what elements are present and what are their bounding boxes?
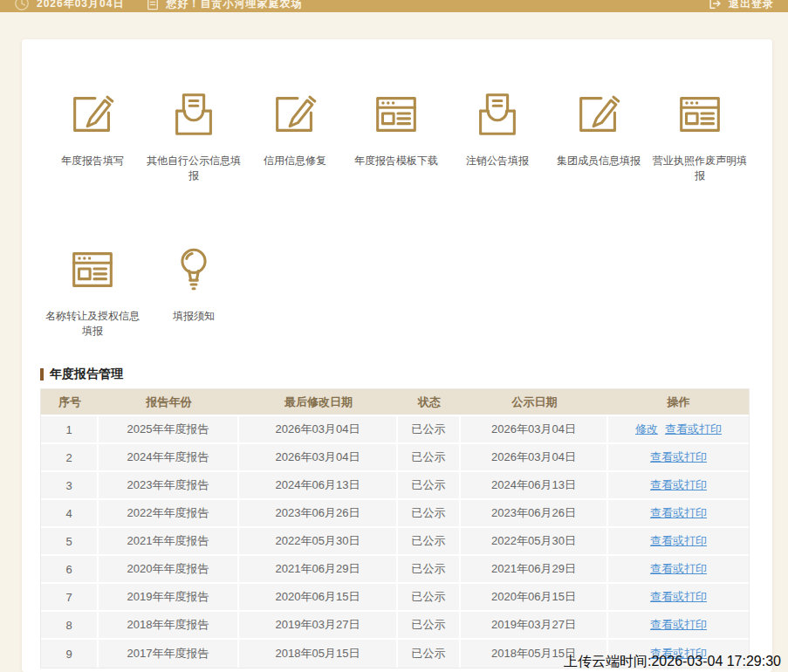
topbar: 2026年03月04日 您好！自贡小河理家庭农场 退出登录 xyxy=(0,0,788,12)
cell-year: 2019年年度报告 xyxy=(99,584,239,612)
shortcut-cancellation-notice[interactable]: 注销公告填报 xyxy=(447,87,548,183)
cell-year: 2017年年度报告 xyxy=(99,640,239,668)
col-header-modified: 最后修改日期 xyxy=(239,389,398,416)
table-row: 2 2024年年度报告 2026年03月04日 已公示 2026年03月04日 … xyxy=(41,444,749,472)
cell-seq: 6 xyxy=(41,556,99,584)
section-marker xyxy=(40,368,44,381)
cell-status: 已公示 xyxy=(398,500,461,528)
inbox-icon xyxy=(167,87,221,141)
view-print-link[interactable]: 查看或打印 xyxy=(665,422,722,435)
table-row: 6 2020年年度报告 2021年06月29日 已公示 2021年06月29日 … xyxy=(41,556,749,584)
cell-seq: 2 xyxy=(41,444,99,472)
cell-seq: 5 xyxy=(41,528,99,556)
cell-published: 2021年06月29日 xyxy=(461,556,608,584)
cell-actions: 查看或打印 xyxy=(608,584,749,612)
shortcut-grid: 年度报告填写 其他自行公示信息填报 信用信息修复 年度报告模板下载 注销公告填报 xyxy=(22,39,772,339)
view-print-link[interactable]: 查看或打印 xyxy=(650,506,707,519)
cell-seq: 7 xyxy=(41,584,99,612)
cell-seq: 8 xyxy=(41,612,99,640)
cell-published: 2019年03月27日 xyxy=(461,612,608,640)
shortcut-label: 年度报告填写 xyxy=(61,154,124,168)
shortcut-name-transfer-auth[interactable]: 名称转让及授权信息填报 xyxy=(42,243,143,339)
edit-icon xyxy=(572,87,626,141)
form-icon xyxy=(65,243,120,297)
cell-status: 已公示 xyxy=(398,416,461,444)
topbar-left: 2026年03月04日 您好！自贡小河理家庭农场 xyxy=(14,0,302,11)
shortcut-license-void-declaration[interactable]: 营业执照作废声明填报 xyxy=(649,87,750,183)
cell-year: 2024年年度报告 xyxy=(99,444,239,472)
shortcut-label: 信用信息修复 xyxy=(264,154,326,168)
cell-modified: 2019年03月27日 xyxy=(239,612,398,640)
shortcut-label: 集团成员信息填报 xyxy=(557,154,641,168)
logout-label: 退出登录 xyxy=(729,0,774,11)
cell-status: 已公示 xyxy=(398,612,461,640)
view-print-link[interactable]: 查看或打印 xyxy=(650,618,707,631)
cell-status: 已公示 xyxy=(398,556,461,584)
shortcut-filing-notes[interactable]: 填报须知 xyxy=(143,243,244,339)
cell-actions: 查看或打印 xyxy=(608,556,749,584)
shortcut-template-download[interactable]: 年度报告模板下载 xyxy=(346,87,447,183)
edit-icon xyxy=(268,87,322,141)
table-row: 8 2018年年度报告 2019年03月27日 已公示 2019年03月27日 … xyxy=(41,612,749,640)
shortcut-annual-report-write[interactable]: 年度报告填写 xyxy=(42,87,143,183)
inbox-icon xyxy=(470,87,524,141)
cell-seq: 4 xyxy=(41,500,99,528)
form-icon xyxy=(369,87,423,141)
section-header: 年度报告管理 xyxy=(40,367,750,382)
cell-status: 已公示 xyxy=(398,444,461,472)
view-print-link[interactable]: 查看或打印 xyxy=(650,534,707,547)
shortcut-other-public-info[interactable]: 其他自行公示信息填报 xyxy=(143,87,244,183)
cell-modified: 2026年03月04日 xyxy=(239,444,398,472)
table-row: 5 2021年年度报告 2022年05月30日 已公示 2022年05月30日 … xyxy=(41,528,749,556)
modify-link[interactable]: 修改 xyxy=(635,422,658,435)
cell-modified: 2026年03月04日 xyxy=(239,416,398,444)
annual-report-table-wrap: 序号 报告年份 最后修改日期 状态 公示日期 操作 1 2025年年度报告 20… xyxy=(40,388,750,669)
section-title: 年度报告管理 xyxy=(50,367,123,382)
edit-icon xyxy=(65,87,120,141)
view-print-link[interactable]: 查看或打印 xyxy=(650,590,707,603)
table-row: 1 2025年年度报告 2026年03月04日 已公示 2026年03月04日 … xyxy=(41,416,749,444)
cell-modified: 2022年05月30日 xyxy=(239,528,398,556)
cell-year: 2022年年度报告 xyxy=(99,500,239,528)
user-greeting: 您好！自贡小河理家庭农场 xyxy=(166,0,302,11)
cell-status: 已公示 xyxy=(398,640,461,668)
cell-modified: 2023年06月26日 xyxy=(239,500,398,528)
cell-actions: 查看或打印 xyxy=(608,444,749,472)
shortcut-credit-repair[interactable]: 信用信息修复 xyxy=(244,87,346,183)
form-icon xyxy=(673,87,727,141)
logout-icon xyxy=(708,0,722,10)
table-row: 7 2019年年度报告 2020年06月15日 已公示 2020年06月15日 … xyxy=(41,584,749,612)
shortcut-label: 名称转让及授权信息填报 xyxy=(42,309,143,339)
cell-year: 2025年年度报告 xyxy=(99,416,239,444)
shortcut-group-member-info[interactable]: 集团成员信息填报 xyxy=(548,87,649,183)
cell-status: 已公示 xyxy=(398,472,461,500)
cell-status: 已公示 xyxy=(398,528,461,556)
logout-button[interactable]: 退出登录 xyxy=(708,0,774,11)
shortcut-label: 注销公告填报 xyxy=(466,154,529,168)
table-header-row: 序号 报告年份 最后修改日期 状态 公示日期 操作 xyxy=(41,389,749,416)
cell-actions: 查看或打印 xyxy=(608,500,749,528)
col-header-year: 报告年份 xyxy=(99,389,239,416)
shortcut-label: 营业执照作废声明填报 xyxy=(649,154,750,183)
upload-time: 上传云端时间:2026-03-04 17:29:30 xyxy=(564,653,781,671)
cell-year: 2023年年度报告 xyxy=(99,472,239,500)
clock-icon xyxy=(14,0,30,11)
cell-actions: 查看或打印 xyxy=(608,472,749,500)
main-card: 年度报告填写 其他自行公示信息填报 信用信息修复 年度报告模板下载 注销公告填报 xyxy=(22,39,772,672)
cell-published: 2020年06月15日 xyxy=(461,584,608,612)
shortcut-label: 其他自行公示信息填报 xyxy=(143,154,244,183)
cell-seq: 9 xyxy=(41,640,99,668)
cell-modified: 2020年06月15日 xyxy=(239,584,398,612)
cell-published: 2024年06月13日 xyxy=(461,472,608,500)
cell-published: 2022年05月30日 xyxy=(461,528,608,556)
cell-published: 2026年03月04日 xyxy=(461,444,608,472)
col-header-seq: 序号 xyxy=(41,389,99,416)
view-print-link[interactable]: 查看或打印 xyxy=(650,562,707,575)
cell-seq: 1 xyxy=(41,416,99,444)
view-print-link[interactable]: 查看或打印 xyxy=(650,450,707,463)
cell-year: 2021年年度报告 xyxy=(99,528,239,556)
view-print-link[interactable]: 查看或打印 xyxy=(650,478,707,491)
table-row: 3 2023年年度报告 2024年06月13日 已公示 2024年06月13日 … xyxy=(41,472,749,500)
col-header-status: 状态 xyxy=(398,389,461,416)
annual-report-table: 序号 报告年份 最后修改日期 状态 公示日期 操作 1 2025年年度报告 20… xyxy=(40,388,750,669)
